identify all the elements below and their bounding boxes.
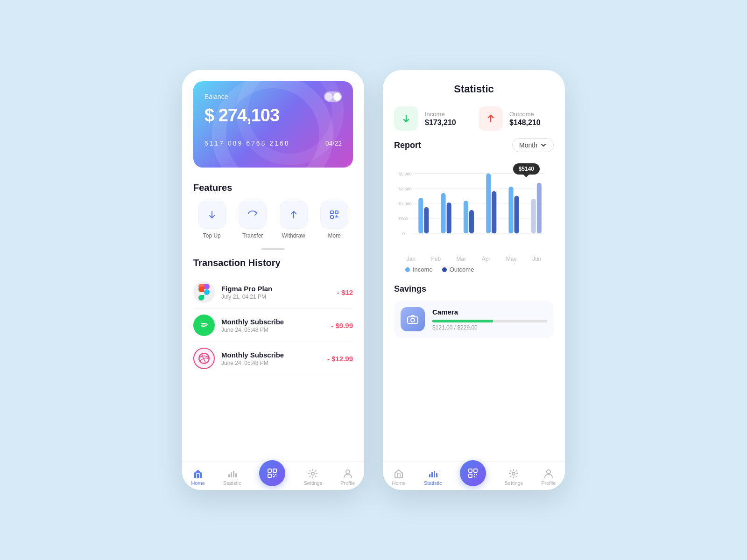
legend-income: Income bbox=[405, 266, 433, 273]
x-label-apr: Apr bbox=[482, 256, 491, 262]
statistic-icon-right bbox=[428, 469, 438, 479]
card-amount: $ 274,103 bbox=[204, 105, 342, 126]
tx-figma-date: July 21, 04:21 PM bbox=[221, 294, 331, 300]
settings-icon bbox=[308, 469, 318, 479]
nav-settings-right[interactable]: Settings bbox=[504, 469, 523, 486]
svg-rect-40 bbox=[434, 471, 435, 477]
statistic-icon bbox=[227, 469, 237, 479]
svg-text:$2,500: $2,500 bbox=[399, 187, 412, 191]
more-icon bbox=[320, 201, 348, 229]
feature-topup[interactable]: Top Up bbox=[193, 201, 231, 239]
svg-text:$5,000: $5,000 bbox=[399, 172, 412, 176]
tx-spotify-name: Monthly Subscribe bbox=[221, 318, 324, 326]
card-toggle[interactable] bbox=[324, 91, 342, 102]
feature-withdraw[interactable]: Withdraw bbox=[275, 201, 312, 239]
svg-rect-38 bbox=[429, 474, 430, 477]
income-dot bbox=[405, 267, 410, 272]
legend-income-label: Income bbox=[413, 266, 433, 273]
balance-label: Balance bbox=[204, 93, 228, 100]
income-icon bbox=[394, 106, 418, 131]
svg-rect-25 bbox=[424, 207, 429, 233]
nav-home-right[interactable]: Home bbox=[392, 469, 406, 486]
savings-bar-fill bbox=[432, 320, 493, 322]
savings-item-camera[interactable]: Camera $121,00 / $229,00 bbox=[394, 301, 554, 338]
svg-rect-5 bbox=[228, 474, 230, 477]
outcome-icon bbox=[479, 106, 503, 131]
nav-statistic-right[interactable]: Statistic bbox=[424, 469, 442, 486]
tx-figma-info: Figma Pro Plan July 21, 04:21 PM bbox=[221, 285, 331, 300]
nav-statistic-left[interactable]: Statistic bbox=[223, 469, 241, 486]
outcome-info: Outcome $148,210 bbox=[509, 111, 541, 127]
tx-figma-name: Figma Pro Plan bbox=[221, 285, 331, 293]
svg-point-13 bbox=[346, 470, 350, 474]
right-bottom-nav: Home Statistic Settings bbox=[383, 462, 565, 490]
svg-rect-2 bbox=[331, 216, 333, 218]
toggle-dot-right bbox=[333, 93, 341, 101]
savings-bar bbox=[432, 320, 547, 322]
income-info: Income $173,210 bbox=[425, 111, 456, 127]
svg-point-45 bbox=[512, 472, 515, 475]
nav-profile-left[interactable]: Profile bbox=[340, 469, 355, 486]
withdraw-icon bbox=[280, 201, 308, 229]
outcome-card: Outcome $148,210 bbox=[479, 106, 554, 131]
balance-card: Balance $ 274,103 6117 089 6768 2168 04/… bbox=[193, 81, 353, 168]
left-bottom-nav: Home Statistic Settings bbox=[182, 462, 364, 490]
nav-center-btn-left[interactable] bbox=[259, 460, 285, 486]
nav-profile-label-left: Profile bbox=[340, 480, 355, 486]
chart-area: $5140 $5,000 $2,500 $1,000 $500 0 bbox=[394, 160, 554, 253]
month-label: Month bbox=[519, 141, 537, 149]
report-header: Report Month bbox=[394, 138, 554, 152]
stat-title: Statistic bbox=[394, 83, 554, 95]
outcome-label: Outcome bbox=[509, 111, 541, 118]
savings-amount: $121,00 / $229,00 bbox=[432, 324, 547, 331]
qr-scan-icon bbox=[267, 468, 278, 479]
tx-item-dribbble[interactable]: Monthly Subscribe June 24, 05:48 PM - $1… bbox=[193, 342, 353, 375]
history-section: Transaction History Figma Pro Plan July … bbox=[182, 254, 364, 462]
feature-more[interactable]: More bbox=[316, 201, 353, 239]
outcome-dot bbox=[442, 267, 447, 272]
nav-settings-label-right: Settings bbox=[504, 480, 523, 486]
svg-rect-34 bbox=[531, 199, 536, 233]
income-card: Income $173,210 bbox=[394, 106, 469, 131]
report-title: Report bbox=[394, 140, 421, 150]
tx-item-spotify[interactable]: Monthly Subscribe June 24, 05:48 PM - $9… bbox=[193, 309, 353, 342]
nav-home-label-left: Home bbox=[191, 480, 205, 486]
svg-rect-42 bbox=[469, 469, 472, 472]
income-amount: $173,210 bbox=[425, 119, 456, 127]
tx-dribbble-name: Monthly Subscribe bbox=[221, 351, 321, 359]
nav-center-btn-right[interactable] bbox=[460, 460, 486, 486]
nav-home-label-right: Home bbox=[392, 480, 406, 486]
svg-text:0: 0 bbox=[402, 231, 405, 236]
camera-icon bbox=[401, 307, 425, 331]
svg-rect-7 bbox=[233, 471, 234, 477]
more-label: More bbox=[328, 232, 341, 239]
outcome-amount: $148,210 bbox=[509, 119, 541, 127]
svg-text:$500: $500 bbox=[399, 217, 408, 221]
withdraw-label: Withdraw bbox=[282, 232, 305, 239]
tx-item-figma[interactable]: Figma Pro Plan July 21, 04:21 PM - $12 bbox=[193, 276, 353, 309]
stat-header: Statistic bbox=[383, 70, 565, 103]
profile-icon-right bbox=[543, 469, 554, 479]
svg-rect-27 bbox=[447, 203, 451, 233]
x-label-may: May bbox=[506, 256, 517, 262]
nav-profile-right[interactable]: Profile bbox=[541, 469, 556, 486]
nav-home-left[interactable]: Home bbox=[191, 469, 205, 486]
svg-rect-1 bbox=[335, 211, 338, 214]
toggle-dot-left bbox=[325, 93, 332, 101]
svg-rect-32 bbox=[508, 187, 513, 234]
chevron-down-icon bbox=[540, 142, 547, 148]
nav-settings-left[interactable]: Settings bbox=[303, 469, 322, 486]
svg-rect-0 bbox=[331, 211, 333, 214]
svg-point-37 bbox=[411, 318, 415, 322]
home-icon-right bbox=[394, 469, 404, 479]
x-label-jun: Jun bbox=[532, 256, 541, 262]
savings-title: Savings bbox=[394, 284, 554, 294]
x-label-feb: Feb bbox=[431, 256, 441, 262]
feature-transfer[interactable]: Transfer bbox=[234, 201, 272, 239]
tx-dribbble-info: Monthly Subscribe June 24, 05:48 PM bbox=[221, 351, 321, 366]
svg-rect-28 bbox=[464, 201, 468, 233]
month-dropdown[interactable]: Month bbox=[512, 138, 554, 152]
features-grid: Top Up Transfer Withdraw bbox=[193, 201, 353, 239]
card-expiry: 04/22 bbox=[325, 140, 342, 147]
x-label-jan: Jan bbox=[407, 256, 416, 262]
